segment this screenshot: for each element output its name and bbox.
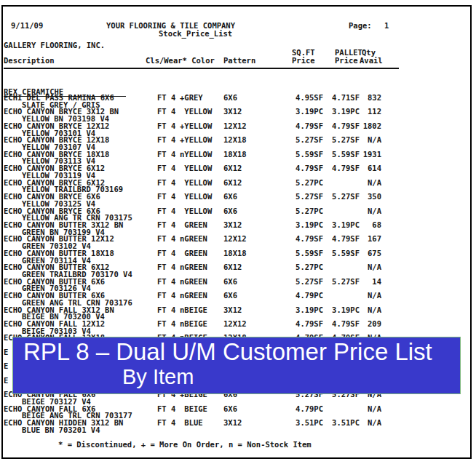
cell-pattern: 12X12: [223, 236, 247, 243]
cell-qty-avail: 1802: [338, 123, 381, 130]
cell-cls-wear: FT 4: [157, 165, 175, 172]
report-page: { "report": { "date": "9/11/09", "compan…: [0, 0, 476, 464]
cell-qty-avail: 614: [338, 165, 381, 172]
cell-cls-wear: FT 4: [157, 208, 175, 215]
cell-pattern: 3X12: [223, 307, 242, 314]
cell-description: E: [4, 363, 8, 370]
cell-qty-avail: 14: [338, 279, 381, 286]
cell-cls-wear: FT 4: [157, 236, 175, 243]
cell-pattern: 3X12: [223, 108, 242, 116]
cell-cls-wear: FT 4: [157, 137, 175, 144]
cell-cls-wear: FT 4: [157, 420, 175, 427]
cell-color: YELLOW: [180, 208, 212, 215]
table-row: ECHO CANYON HIDDEN 3X12 BN FT 4 BLUE 3X1…: [0, 420, 476, 434]
cell-pattern: 6X12: [223, 165, 242, 172]
col-header-pallet-price: Price: [335, 57, 358, 65]
cell-sqft-price: 5.27PC: [279, 180, 323, 187]
cell-pattern: 6X12: [223, 180, 242, 187]
cell-color: YELLOW: [180, 193, 212, 201]
customer-name: GALLERY FLOORING, INC.: [4, 41, 105, 49]
cell-pattern: 6X6: [223, 193, 237, 201]
cell-sqft-price: 4.79PC: [279, 292, 323, 300]
cell-color: YELLOW: [180, 180, 212, 187]
cell-cls-wear: FT 4: [157, 292, 175, 300]
cell-color: +YELLOW: [180, 123, 212, 130]
cell-description: E: [4, 377, 8, 385]
cell-color: YELLOW: [180, 108, 212, 116]
cell-qty-avail: N/A: [338, 264, 381, 271]
cell-color: +YELLOW: [180, 137, 212, 144]
cell-cls-wear: FT 4: [157, 123, 175, 130]
cell-sqft-price: 5.27PC: [279, 208, 323, 215]
banner-title-line2: By Item: [122, 364, 194, 390]
report-title: Stock_Price_List: [159, 30, 232, 38]
cell-cls-wear: FT 4: [157, 321, 175, 328]
cell-sqft-price: 5.27PC: [279, 264, 323, 271]
col-header-pattern: Pattern: [223, 57, 255, 65]
cell-qty-avail: 112: [338, 108, 381, 116]
col-header-qty-avail: Avail: [360, 57, 383, 65]
banner-title-line1: RPL 8 – Dual U/M Customer Price List: [23, 338, 432, 366]
cell-cls-wear: FT 4: [157, 279, 175, 286]
cell-qty-avail: 832: [338, 95, 381, 102]
cell-description: E: [4, 349, 8, 356]
cell-color: GREEN: [180, 250, 207, 257]
cell-qty-avail: 167: [338, 236, 381, 243]
cell-qty-avail: 68: [338, 222, 381, 229]
cell-pattern: 12X12: [223, 123, 247, 130]
cell-qty-avail: N/A: [338, 208, 381, 215]
cell-cls-wear: FT 4: [157, 95, 175, 102]
cell-description-line2: BLUE BN 703201 V4: [22, 427, 100, 434]
cell-qty-avail: 675: [338, 250, 381, 257]
cell-cls-wear: FT 4: [157, 307, 175, 314]
cell-color: nYELLOW: [180, 151, 212, 159]
cell-cls-wear: FT 4: [157, 151, 175, 159]
page-label: Page:: [349, 22, 372, 30]
cell-qty-avail: N/A: [338, 180, 381, 187]
cell-pattern: 6X6: [223, 406, 237, 413]
legend-footnote: * = Discontinued, + = More On Order, n =…: [58, 441, 312, 449]
cell-qty-avail: 209: [338, 321, 381, 328]
cell-pattern: 6X6: [223, 208, 237, 215]
cell-qty-avail: N/A: [338, 420, 381, 427]
cell-color: GREEN: [180, 222, 207, 229]
cell-cls-wear: FT 4: [157, 193, 175, 201]
col-header-cls-wear-color: Cls/Wear* Color: [146, 57, 215, 65]
cell-pattern: 18X18: [223, 151, 247, 159]
cell-pattern: 6X6: [223, 292, 237, 300]
header-divider: [4, 68, 399, 69]
cell-pattern: 3X12: [223, 222, 242, 229]
cell-pattern: 6X12: [223, 264, 242, 271]
cell-qty-avail: 1931: [338, 151, 381, 159]
cell-color: nBEIGE: [180, 321, 207, 328]
cell-color: nBEIGE: [180, 307, 207, 314]
cell-qty-avail: N/A: [338, 137, 381, 144]
overlay-banner: RPL 8 – Dual U/M Customer Price List By …: [12, 337, 461, 394]
cell-color: BLUE: [180, 420, 203, 427]
cell-color: nGREEN: [180, 279, 207, 286]
col-header-description: Description: [4, 57, 55, 65]
cell-color: BEIGE: [180, 406, 207, 413]
cell-color: nGREEN: [180, 236, 207, 243]
cell-cls-wear: FT 4: [157, 250, 175, 257]
cell-color: YELLOW: [180, 165, 212, 172]
cell-sqft-price: 4.79PC: [279, 406, 323, 413]
cell-cls-wear: FT 4: [157, 222, 175, 229]
cell-cls-wear: FT 4: [157, 180, 175, 187]
cell-color: +GREY: [180, 95, 203, 102]
cell-qty-avail: N/A: [338, 292, 381, 300]
cell-color: nGREEN: [180, 292, 207, 300]
cell-pattern: 6X6: [223, 279, 237, 286]
report-date: 9/11/09: [11, 22, 43, 30]
cell-pattern: 6X6: [223, 95, 237, 102]
cell-pattern: 12X12: [223, 321, 247, 328]
cell-qty-avail: N/A: [338, 406, 381, 413]
col-header-sqft-price: Price: [292, 57, 315, 65]
cell-pattern: 12X18: [223, 137, 247, 144]
cell-cls-wear: FT 4: [157, 406, 175, 413]
cell-pattern: 3X12: [223, 420, 242, 427]
table-row-sub-line: BLUE BN 703201 V4: [0, 428, 476, 435]
page-number: 1: [384, 22, 389, 30]
cell-qty-avail: 350: [338, 193, 381, 201]
cell-color: nGREEN: [180, 264, 207, 271]
